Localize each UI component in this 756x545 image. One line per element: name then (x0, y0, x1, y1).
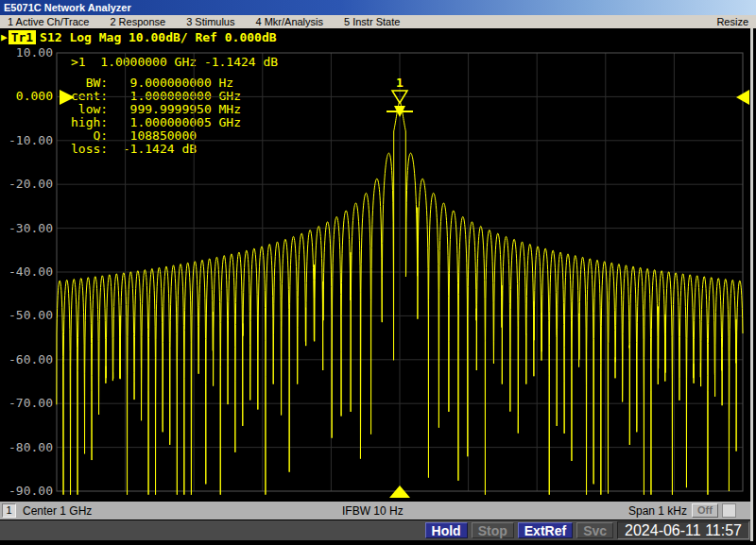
scrollbar-stub (722, 503, 736, 518)
trace-status-bar: ▶ Tr1 S12 Log Mag 10.00dB/ Ref 0.000dB (1, 29, 277, 45)
measurement-plot: 1 (38, 47, 753, 502)
window-title-bar: E5071C Network Analyzer (0, 0, 756, 15)
span-label: Span 1 kHz (628, 504, 687, 518)
status-segment-extref: ExtRef (518, 522, 573, 538)
active-trace-arrow-icon: ▶ (1, 31, 8, 43)
channel-number-box: 1 (2, 503, 16, 518)
status-segment-stop: Stop (472, 522, 514, 538)
status-segments: HoldStopExtRefSvc (425, 522, 618, 538)
status-segment-svc: Svc (576, 522, 613, 538)
ifbw-label: IFBW 10 Hz (342, 504, 404, 518)
menu-items: 1 Active Ch/Trace2 Response3 Stimulus4 M… (8, 16, 421, 27)
trace1-format-text: S12 Log Mag 10.00dB/ Ref 0.000dB (40, 30, 276, 44)
resize-menu-item[interactable]: Resize (716, 16, 756, 27)
trace1-label[interactable]: Tr1 (9, 30, 36, 44)
window-title: E5071C Network Analyzer (4, 2, 131, 13)
menu-item-4[interactable]: 4 Mkr/Analysis (255, 16, 323, 27)
ref-level-marker-left (60, 90, 75, 105)
center-frequency-label: Center 1 GHz (23, 504, 92, 518)
menu-item-5[interactable]: 5 Instr State (344, 16, 400, 27)
menu-item-1[interactable]: 1 Active Ch/Trace (8, 16, 89, 27)
channel-status-bar: 1 Center 1 GHz IFBW 10 Hz Span 1 kHz Off (0, 502, 750, 519)
window-right-edge (750, 28, 753, 541)
menu-bar: 1 Active Ch/Trace2 Response3 Stimulus4 M… (0, 15, 756, 28)
status-segment-hold: Hold (425, 522, 468, 538)
off-button[interactable]: Off (692, 503, 718, 518)
instrument-status-bar: HoldStopExtRefSvc 2024-06-11 11:57 (0, 520, 750, 540)
marker1-number: 1 (396, 76, 404, 90)
menu-item-2[interactable]: 2 Response (110, 16, 165, 27)
menu-item-3[interactable]: 3 Stimulus (186, 16, 234, 27)
datetime-display: 2024-06-11 11:57 (617, 521, 749, 539)
